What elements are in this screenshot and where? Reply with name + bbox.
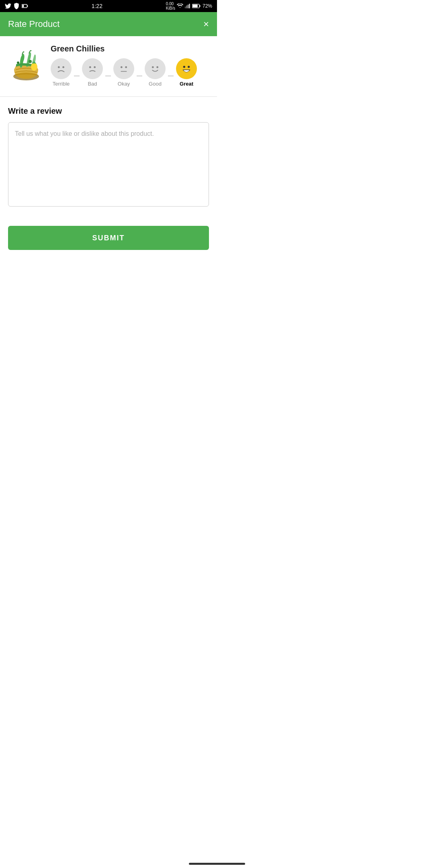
svg-point-12 — [31, 63, 37, 71]
svg-rect-3 — [185, 6, 186, 8]
rating-row[interactable]: Terrible Bad — [51, 58, 197, 87]
face-great[interactable] — [176, 58, 197, 79]
header: Rate Product × — [0, 12, 217, 36]
submit-button[interactable]: SUBMIT — [8, 226, 209, 250]
great-face-svg — [180, 62, 193, 76]
rating-bad[interactable]: Bad — [82, 58, 103, 87]
svg-point-13 — [17, 61, 19, 64]
svg-rect-5 — [188, 5, 188, 8]
status-right-icons: 0.00KiB/s 72% — [166, 2, 212, 10]
product-info: Green Chillies Terrible — [51, 44, 197, 87]
wifi-icon — [177, 4, 183, 8]
header-title: Rate Product — [8, 19, 59, 29]
face-good[interactable] — [145, 58, 166, 79]
rating-great[interactable]: Great — [176, 58, 197, 87]
connector-2 — [105, 76, 111, 76]
shield-icon — [14, 3, 19, 9]
svg-point-21 — [117, 62, 131, 76]
svg-rect-1 — [27, 5, 28, 7]
svg-point-16 — [58, 66, 60, 68]
battery-level-icon — [192, 4, 201, 8]
rating-label-great: Great — [180, 81, 193, 87]
svg-point-14 — [29, 60, 32, 63]
svg-point-27 — [156, 66, 158, 68]
svg-rect-4 — [186, 6, 187, 8]
connector-4 — [168, 76, 174, 76]
status-time: 1:22 — [92, 3, 102, 9]
svg-point-20 — [94, 66, 96, 68]
svg-rect-8 — [199, 5, 200, 7]
battery-status-icon — [22, 4, 28, 8]
svg-point-26 — [152, 66, 154, 68]
status-left-icons — [5, 3, 28, 9]
rating-good[interactable]: Good — [145, 58, 166, 87]
svg-rect-2 — [22, 5, 24, 7]
rating-label-terrible: Terrible — [53, 81, 70, 87]
signal-icon — [185, 4, 190, 8]
review-textarea[interactable] — [8, 122, 209, 207]
rating-label-okay: Okay — [118, 81, 130, 87]
rating-label-good: Good — [149, 81, 162, 87]
network-speed: 0.00KiB/s — [166, 2, 175, 10]
rating-label-bad: Bad — [88, 81, 97, 87]
svg-point-17 — [62, 66, 64, 68]
product-section: Green Chillies Terrible — [0, 36, 217, 97]
svg-rect-9 — [192, 4, 198, 7]
product-image-svg — [8, 47, 44, 84]
product-image — [8, 47, 44, 84]
svg-point-19 — [89, 66, 91, 68]
twitter-icon — [5, 3, 11, 9]
review-section-title: Write a review — [8, 106, 209, 116]
terrible-face-svg — [54, 62, 68, 76]
connector-1 — [74, 76, 80, 76]
product-name: Green Chillies — [51, 44, 197, 53]
okay-face-svg — [117, 62, 131, 76]
submit-section: SUBMIT — [0, 218, 217, 262]
battery-percentage: 72% — [203, 3, 212, 9]
face-okay[interactable] — [113, 58, 134, 79]
status-bar: 1:22 0.00KiB/s 72% — [0, 0, 217, 12]
review-section: Write a review — [0, 97, 217, 218]
svg-point-25 — [148, 62, 162, 76]
svg-point-15 — [54, 62, 68, 76]
good-face-svg — [148, 62, 162, 76]
face-bad[interactable] — [82, 58, 103, 79]
connector-3 — [137, 76, 142, 76]
svg-point-29 — [183, 66, 185, 68]
rating-terrible[interactable]: Terrible — [51, 58, 72, 87]
face-terrible[interactable] — [51, 58, 72, 79]
svg-point-28 — [180, 62, 193, 76]
close-button[interactable]: × — [203, 19, 209, 29]
svg-rect-6 — [189, 4, 190, 8]
rating-okay[interactable]: Okay — [113, 58, 134, 87]
svg-point-18 — [86, 62, 99, 76]
svg-point-30 — [188, 66, 190, 68]
svg-point-22 — [121, 66, 123, 68]
svg-point-23 — [125, 66, 127, 68]
bad-face-svg — [86, 62, 99, 76]
